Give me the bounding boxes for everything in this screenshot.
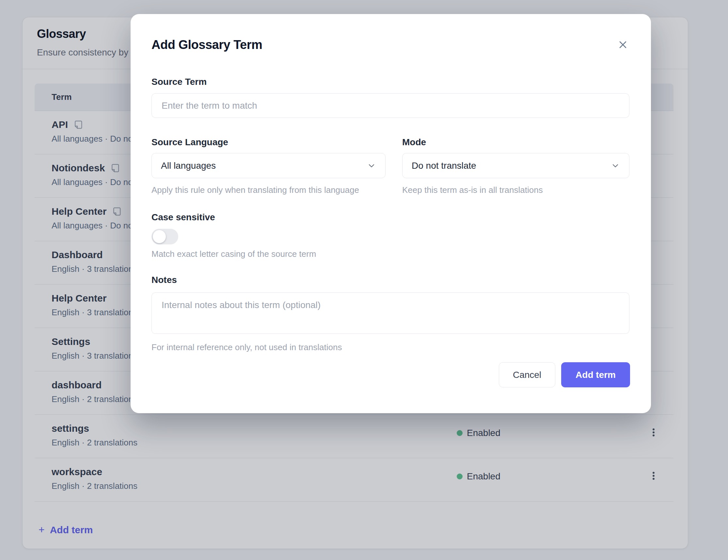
notes-label: Notes bbox=[151, 275, 630, 285]
mode-select[interactable]: Do not translate bbox=[402, 153, 629, 178]
close-icon[interactable] bbox=[616, 38, 630, 52]
cancel-button[interactable]: Cancel bbox=[499, 362, 555, 387]
mode-label: Mode bbox=[402, 137, 629, 148]
add-term-button[interactable]: Add term bbox=[561, 362, 630, 387]
source-language-label: Source Language bbox=[151, 137, 386, 148]
modal-title: Add Glossary Term bbox=[151, 38, 262, 52]
notes-helper: For internal reference only, not used in… bbox=[151, 342, 630, 352]
notes-textarea[interactable] bbox=[151, 292, 629, 334]
add-glossary-term-modal: Add Glossary Term Source Term Source Lan… bbox=[131, 14, 651, 413]
toggle-knob bbox=[153, 230, 166, 243]
mode-helper: Keep this term as-is in all translations bbox=[402, 185, 629, 195]
modal-header: Add Glossary Term bbox=[151, 14, 630, 52]
case-sensitive-section: Case sensitive Match exact letter casing… bbox=[151, 212, 630, 259]
language-mode-section: Source Language All languages Apply this… bbox=[151, 137, 630, 195]
chevron-down-icon bbox=[611, 161, 620, 170]
source-language-field: Source Language All languages Apply this… bbox=[151, 137, 386, 195]
source-term-section: Source Term bbox=[151, 77, 630, 118]
source-term-input[interactable] bbox=[151, 93, 629, 118]
case-sensitive-label: Case sensitive bbox=[151, 212, 630, 223]
mode-field: Mode Do not translate Keep this term as-… bbox=[402, 137, 629, 195]
notes-section: Notes For internal reference only, not u… bbox=[151, 275, 630, 352]
source-language-select[interactable]: All languages bbox=[151, 153, 386, 178]
source-language-helper: Apply this rule only when translating fr… bbox=[151, 185, 386, 195]
case-sensitive-toggle[interactable] bbox=[151, 229, 178, 245]
source-term-label: Source Term bbox=[151, 77, 630, 87]
case-sensitive-helper: Match exact letter casing of the source … bbox=[151, 249, 630, 259]
modal-actions: Cancel Add term bbox=[151, 362, 630, 387]
chevron-down-icon bbox=[367, 161, 376, 170]
